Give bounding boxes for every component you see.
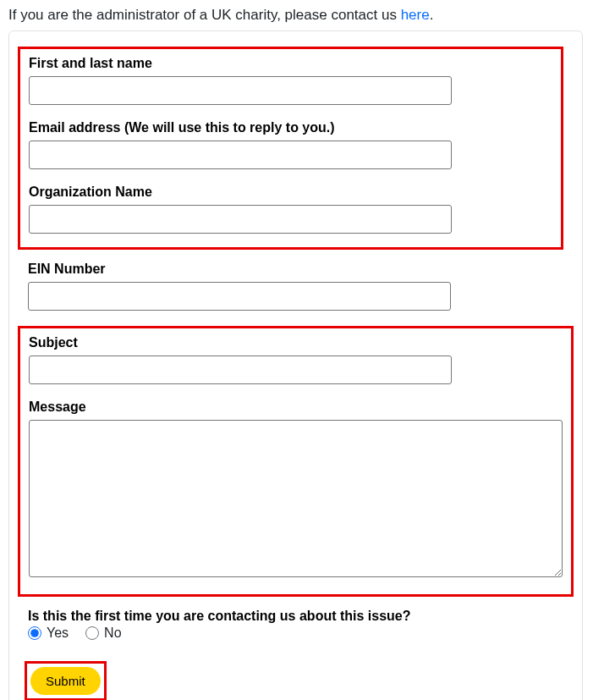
label-subject: Subject [29, 335, 563, 350]
field-ein: EIN Number [28, 262, 563, 311]
input-email[interactable] [29, 141, 452, 169]
label-ein: EIN Number [28, 262, 563, 277]
label-name: First and last name [29, 56, 552, 71]
radio-yes-label: Yes [47, 626, 69, 641]
intro-text: If you are the administrator of a UK cha… [8, 7, 585, 24]
input-name[interactable] [29, 76, 452, 105]
intro-before: If you are the administrator of a UK cha… [8, 7, 401, 23]
radio-row-first-contact: Yes No [28, 626, 563, 641]
radio-option-no[interactable]: No [85, 626, 121, 641]
radio-yes[interactable] [28, 626, 41, 640]
label-email: Email address (We will use this to reply… [29, 120, 552, 135]
textarea-message[interactable] [29, 420, 563, 577]
field-message: Message [29, 400, 563, 581]
field-name: First and last name [29, 56, 552, 105]
submit-button[interactable]: Submit [30, 667, 101, 695]
field-org: Organization Name [29, 185, 552, 234]
field-first-contact: Is this the first time you are contactin… [28, 609, 563, 641]
label-first-contact: Is this the first time you are contactin… [28, 609, 563, 624]
input-subject[interactable] [29, 356, 452, 384]
uk-charity-link[interactable]: here [401, 7, 430, 23]
highlight-submit: Submit [25, 661, 107, 700]
radio-no[interactable] [85, 626, 99, 640]
label-message: Message [29, 400, 563, 415]
radio-no-label: No [104, 626, 121, 641]
label-org: Organization Name [29, 185, 552, 200]
field-subject: Subject [29, 335, 563, 384]
input-ein[interactable] [28, 282, 451, 311]
highlight-group-2: Subject Message [18, 326, 574, 597]
contact-form: First and last name Email address (We wi… [8, 30, 583, 700]
highlight-group-1: First and last name Email address (We wi… [18, 47, 563, 250]
input-org[interactable] [29, 205, 452, 234]
radio-option-yes[interactable]: Yes [28, 626, 69, 641]
field-email: Email address (We will use this to reply… [29, 120, 552, 169]
intro-after: . [430, 7, 434, 23]
